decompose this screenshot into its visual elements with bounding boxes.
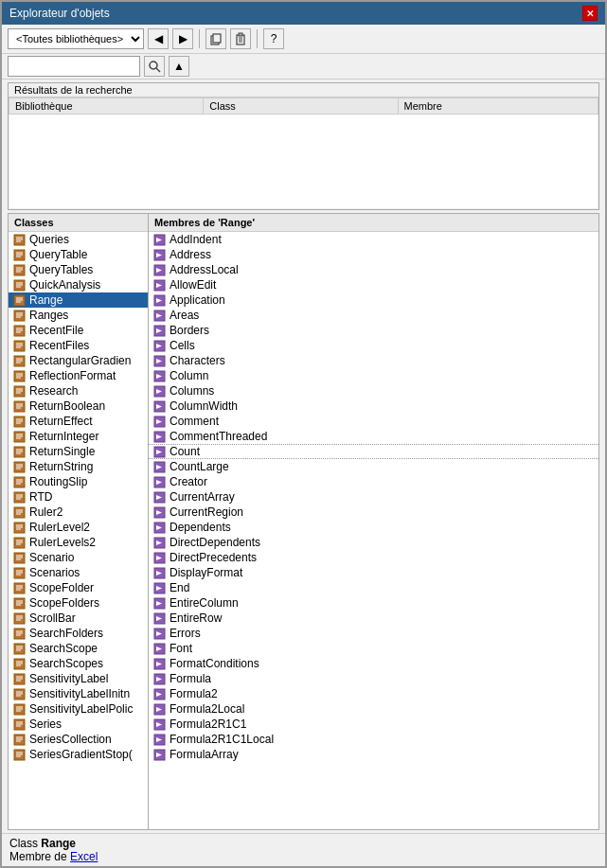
member-item[interactable]: Cells [149,338,598,353]
class-icon [12,748,26,761]
member-item[interactable]: Formula [149,671,598,686]
list-item[interactable]: Scenarios [9,565,148,580]
member-item[interactable]: Formula2R1C1 [149,717,598,732]
back-button[interactable]: ◀ [148,28,169,49]
list-item[interactable]: Research [9,383,148,399]
member-item[interactable]: Dependents [149,520,598,535]
list-item[interactable]: ReturnBoolean [9,399,148,414]
list-item[interactable]: RecentFile [9,323,148,338]
member-item[interactable]: Formula2Local [149,701,598,717]
member-item[interactable]: FormatConditions [149,656,598,671]
list-item[interactable]: Range [9,292,148,308]
list-item[interactable]: ReturnEffect [9,414,148,429]
member-icon [152,324,166,337]
list-item[interactable]: RulerLevel2 [9,520,148,535]
right-panel-header: Membres de 'Range' [149,214,598,232]
list-item[interactable]: ScopeFolders [9,595,148,611]
member-icon [152,309,166,322]
member-item[interactable]: Characters [149,353,598,368]
member-item[interactable]: CurrentArray [149,489,598,505]
member-item[interactable]: Comment [149,414,598,429]
member-item[interactable]: Address [149,247,598,262]
list-item[interactable]: SensitivityLabel [9,671,148,686]
paste-button[interactable] [230,28,251,49]
member-item[interactable]: Creator [149,474,598,489]
member-icon [152,702,166,716]
list-item[interactable]: SeriesCollection [9,732,148,747]
member-item[interactable]: EntireColumn [149,595,598,611]
member-item[interactable]: CommentThreaded [149,429,598,444]
member-item-label: Columns [170,384,214,398]
help-button[interactable]: ? [263,28,284,49]
member-item[interactable]: FormulaArray [149,747,598,762]
list-item[interactable]: SensitivityLabelInitn [9,686,148,701]
collapse-button[interactable]: ▲ [169,56,189,77]
member-item[interactable]: DisplayFormat [149,565,598,580]
class-icon [12,505,26,519]
member-item[interactable]: DirectPrecedents [149,550,598,565]
members-list[interactable]: AddIndentAddressAddressLocalAllowEditApp… [149,232,598,829]
list-item-label: SeriesGradientStop( [29,748,133,761]
class-icon [12,309,26,322]
list-item[interactable]: ReflectionFormat [9,368,148,383]
list-item[interactable]: ReturnString [9,459,148,474]
list-item[interactable]: Series [9,717,148,732]
list-item[interactable]: ReturnSingle [9,444,148,459]
copy-button[interactable] [205,28,226,49]
member-icon [152,263,166,276]
member-item[interactable]: Font [149,641,598,656]
list-item[interactable]: Queries [9,232,148,247]
search-input[interactable] [8,56,140,77]
svg-point-7 [150,62,157,69]
class-icon [12,369,26,382]
member-item[interactable]: Errors [149,626,598,641]
list-item[interactable]: SearchScopes [9,656,148,671]
list-item[interactable]: QueryTable [9,247,148,262]
member-item[interactable]: Areas [149,308,598,323]
member-item[interactable]: Formula2R1C1Local [149,732,598,747]
member-item-label: Areas [170,309,199,322]
member-item[interactable]: Columns [149,383,598,399]
close-button[interactable]: ✕ [582,6,598,21]
list-item[interactable]: RTD [9,489,148,505]
list-item[interactable]: Ruler2 [9,505,148,520]
member-item[interactable]: DirectDependents [149,535,598,550]
list-item[interactable]: RecentFiles [9,338,148,353]
status-member-link[interactable]: Excel [70,850,98,863]
class-icon [12,233,26,246]
list-item[interactable]: SeriesGradientStop( [9,747,148,762]
list-item[interactable]: Scenario [9,550,148,565]
member-item[interactable]: EntireRow [149,611,598,626]
member-item[interactable]: AddressLocal [149,262,598,277]
list-item[interactable]: ScopeFolder [9,580,148,595]
member-item[interactable]: Count [149,444,598,459]
member-item[interactable]: Borders [149,323,598,338]
member-item[interactable]: Formula2 [149,686,598,701]
forward-button[interactable]: ▶ [172,28,193,49]
member-item[interactable]: CountLarge [149,459,598,474]
list-item[interactable]: RectangularGradien [9,353,148,368]
classes-list[interactable]: QueriesQueryTableQueryTablesQuickAnalysi… [9,232,148,829]
member-item[interactable]: Application [149,292,598,308]
left-panel-header: Classes [9,214,148,232]
member-item[interactable]: AllowEdit [149,277,598,292]
list-item-label: SearchFolders [29,627,103,640]
member-item[interactable]: Column [149,368,598,383]
list-item[interactable]: QuickAnalysis [9,277,148,292]
list-item[interactable]: SearchFolders [9,626,148,641]
member-item[interactable]: AddIndent [149,232,598,247]
member-item[interactable]: CurrentRegion [149,505,598,520]
list-item[interactable]: RoutingSlip [9,474,148,489]
list-item[interactable]: SearchScope [9,641,148,656]
list-item[interactable]: QueryTables [9,262,148,277]
search-button[interactable] [144,56,165,77]
list-item[interactable]: Ranges [9,308,148,323]
list-item[interactable]: SensitivityLabelPolic [9,701,148,717]
member-item[interactable]: End [149,580,598,595]
list-item[interactable]: RulerLevels2 [9,535,148,550]
list-item[interactable]: ReturnInteger [9,429,148,444]
list-item[interactable]: ScrollBar [9,611,148,626]
class-icon [12,521,26,534]
library-select[interactable]: <Toutes bibliothèques> [8,28,144,49]
member-item[interactable]: ColumnWidth [149,399,598,414]
